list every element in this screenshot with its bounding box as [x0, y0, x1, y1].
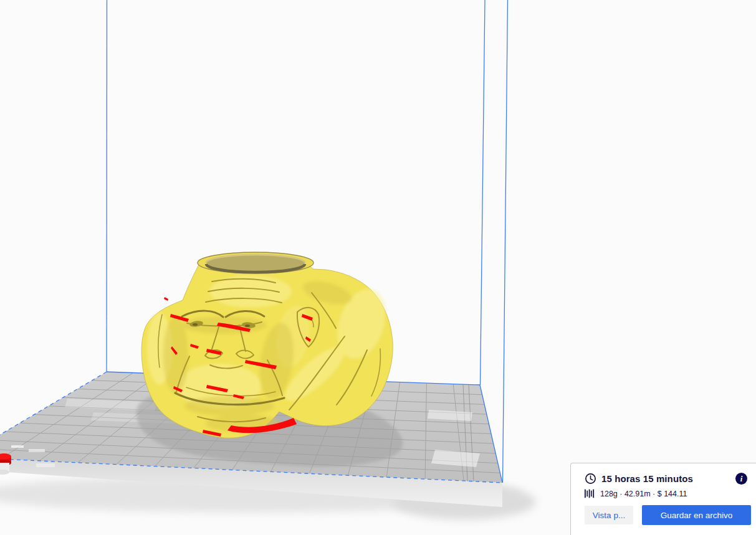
model-gorilla-planter[interactable]: [141, 252, 394, 438]
info-icon-glyph: i: [740, 475, 743, 483]
material-length-icon: [585, 489, 595, 498]
preview-button[interactable]: Vista p...: [585, 506, 633, 524]
info-icon[interactable]: i: [735, 473, 747, 485]
planter-rim: [198, 252, 313, 273]
clock-icon: [585, 473, 596, 485]
material-usage-stats: 128g · 42.91m · $ 144.11: [600, 490, 687, 498]
viewport-3d[interactable]: [0, 0, 756, 535]
save-to-file-button[interactable]: Guardar en archivo: [642, 505, 751, 525]
print-summary-panel: 15 horas 15 minutos i 128g · 42.91m · $ …: [570, 463, 756, 535]
print-time-estimate: 15 horas 15 minutos: [601, 473, 693, 484]
cura-prepare-stage: 15 horas 15 minutos i 128g · 42.91m · $ …: [0, 0, 756, 535]
